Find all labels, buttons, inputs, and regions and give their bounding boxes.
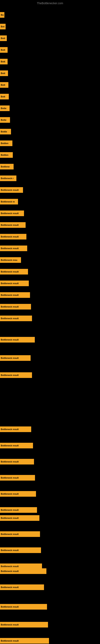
bar: Bottleneck result — [0, 475, 35, 480]
bar: Bottleneck result — [0, 622, 48, 628]
bar-row: Bottlen — [0, 140, 100, 146]
bar-row: Bottleneck result — [0, 187, 100, 193]
bar: Bottleneck result — [0, 292, 30, 298]
bar: Bottleneck result — [0, 222, 26, 228]
bar: Bottleneck result — [0, 269, 28, 274]
bar-row: Bottleneck result — [0, 222, 100, 228]
bar-row: Bottleneck resu — [0, 257, 100, 263]
bar: Bottleneck result — [0, 515, 39, 521]
bar-row: Bottlene — [0, 164, 100, 170]
bar-row: Bot — [0, 24, 100, 30]
bar-row: Bottleneck result — [0, 246, 100, 251]
bar: Bottlene — [0, 164, 14, 170]
bar-row: Bottleneck result — [0, 475, 100, 480]
bar-row: Bottlen — [0, 152, 100, 158]
bar-row: Bottleneck result — [0, 304, 100, 310]
bar: Bottleneck result — [0, 187, 23, 193]
bar-row: Bottleneck result — [0, 292, 100, 298]
bar-row: Bottleneck re — [0, 199, 100, 204]
bar-row: Bott — [0, 47, 100, 53]
bar-row: Bottleneck result — [0, 622, 100, 628]
bar: Botte — [0, 117, 10, 123]
bar: Bottleneck result — [0, 507, 37, 513]
bar: Bottleneck result — [0, 210, 24, 216]
bar: Bottleneck result — [0, 316, 32, 321]
bar: Bott — [0, 82, 8, 88]
bar: Bottleneck result — [0, 234, 26, 240]
bar: Bott — [0, 70, 8, 76]
bar: Bottleneck re — [0, 199, 18, 204]
bar-row: Bott — [0, 94, 100, 100]
bar: Bottleneck result — [0, 304, 31, 310]
site-title: TheBottlenecker.com — [0, 0, 100, 6]
bar-row: Bottleneck r — [0, 176, 100, 181]
bar: Bottleneck result — [0, 459, 34, 464]
bar-row: Bottleneck result — [0, 210, 100, 216]
bar: Bott — [0, 47, 8, 53]
bar: Bott — [0, 36, 7, 41]
bar-row: Bottleneck result — [0, 638, 100, 644]
bar-row: Bottleneck result — [0, 548, 100, 553]
bar-row: Bottleneck result — [0, 337, 100, 342]
bar-row: Bottleneck result — [0, 568, 100, 574]
bar-row: Botte — [0, 106, 100, 111]
bar-row: Bottleneck result — [0, 372, 100, 378]
bar-row: Bo — [0, 12, 100, 18]
bar-row: Bott — [0, 59, 100, 64]
bar: Bot — [0, 24, 6, 30]
bar-row: Bottleneck result — [0, 426, 100, 432]
bar-row: Botte — [0, 117, 100, 123]
bar: Bottleneck result — [0, 372, 32, 378]
bar: Botte — [0, 106, 10, 111]
bar: Bottleneck result — [0, 531, 40, 537]
bar: Bott — [0, 94, 9, 100]
bar-row: Bottleneck result — [0, 515, 100, 521]
bar-row: Bottle — [0, 129, 100, 134]
bar: Bottleneck result — [0, 355, 31, 361]
bar-row: Bottleneck result — [0, 269, 100, 274]
bar-row: Bottleneck result — [0, 280, 100, 286]
bar: Bottleneck result — [0, 604, 47, 610]
bar-row: Bottleneck result — [0, 443, 100, 448]
bar: Bottlen — [0, 152, 13, 158]
bar-row: Bottleneck result — [0, 316, 100, 321]
bar: Bo — [0, 12, 4, 18]
bar-row: Bottleneck result — [0, 459, 100, 464]
bar: Bottleneck result — [0, 246, 27, 251]
bar-row: Bott — [0, 82, 100, 88]
bar: Bottleneck result — [0, 491, 36, 497]
bar-row: Bott — [0, 36, 100, 41]
bar-row: Bottleneck result — [0, 531, 100, 537]
bar: Bottleneck result — [0, 337, 35, 342]
bar: Bottleneck resu — [0, 257, 21, 263]
bar: Bottleneck r — [0, 176, 16, 181]
bar-row: Bottleneck result — [0, 584, 100, 590]
bar-row: Bottleneck result — [0, 604, 100, 610]
bar: Bottleneck result — [0, 568, 47, 574]
bar: Bottlen — [0, 140, 12, 146]
bar: Bottleneck result — [0, 548, 41, 553]
bar: Bottleneck result — [0, 426, 31, 432]
bar-row: Bottleneck result — [0, 491, 100, 497]
bar: Bottleneck result — [0, 638, 49, 644]
bar: Bottleneck result — [0, 280, 29, 286]
bar-row: Bott — [0, 70, 100, 76]
bar: Bottleneck result — [0, 584, 44, 590]
bars-container: BoBotBottBottBottBottBottBottBotteBotteB… — [0, 6, 100, 644]
bar-row: Bottleneck result — [0, 234, 100, 240]
bar: Bott — [0, 59, 8, 64]
bar: Bottleneck result — [0, 443, 33, 448]
bar: Bottle — [0, 129, 11, 134]
bar-row: Bottleneck result — [0, 355, 100, 361]
bar-row: Bottleneck result — [0, 507, 100, 513]
